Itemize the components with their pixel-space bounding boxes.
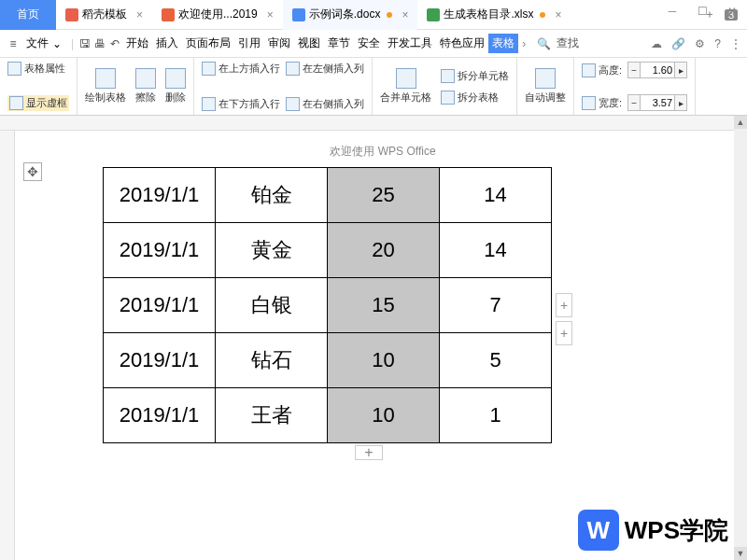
tab-doc[interactable]: 示例词条.docx× <box>283 0 418 30</box>
label: 删除 <box>165 91 186 105</box>
table-move-handle[interactable]: ✥ <box>23 162 42 181</box>
win-max[interactable]: ☐ <box>687 0 717 22</box>
modified-dot-icon <box>387 12 392 18</box>
print-icon[interactable]: 🖶 <box>92 36 107 51</box>
tab-label: 生成表格目录.xlsx <box>444 7 533 22</box>
table-row: 2019/1/1铂金2514 <box>104 168 552 223</box>
label: 自动调整 <box>525 91 566 105</box>
col-width-input[interactable]: −▸ <box>627 94 687 111</box>
menu-chapter[interactable]: 章节 <box>324 35 354 51</box>
menu-ref[interactable]: 引用 <box>234 35 264 51</box>
props-icon <box>7 62 21 76</box>
label: 宽度: <box>599 96 622 110</box>
tab-welcome[interactable]: 欢迎使用...2019× <box>152 0 283 30</box>
menu-start[interactable]: 开始 <box>122 35 152 51</box>
data-table[interactable]: 2019/1/1铂金2514 2019/1/1黄金2014 2019/1/1白银… <box>103 167 552 443</box>
label: 显示虚框 <box>26 96 67 110</box>
menu-view[interactable]: 视图 <box>294 35 324 51</box>
split-cell-button[interactable]: 拆分单元格 <box>441 69 509 83</box>
add-row-button[interactable]: + <box>355 445 383 460</box>
file-label: 文件 <box>26 35 49 51</box>
menu-icon[interactable]: ≡ <box>6 36 21 51</box>
scroll-up-icon[interactable]: ▲ <box>734 116 747 129</box>
tab-label: 稻壳模板 <box>82 7 127 22</box>
autofit-button[interactable]: 自动调整 <box>525 68 566 105</box>
add-column-button[interactable]: + <box>556 321 572 345</box>
col-left-icon <box>286 62 300 76</box>
label: 在右侧插入列 <box>303 97 364 111</box>
document-canvas[interactable]: ▲ ▼ 欢迎使用 WPS Office ✥ 2019/1/1铂金2514 201… <box>0 116 747 560</box>
search-icon[interactable]: 🔍 <box>537 37 551 50</box>
table-props-button[interactable]: 表格属性 <box>7 62 69 76</box>
close-icon[interactable]: × <box>555 8 561 21</box>
menu-safe[interactable]: 安全 <box>354 35 384 51</box>
draw-icon <box>95 68 116 89</box>
show-gridlines-button[interactable]: 显示虚框 <box>7 95 69 111</box>
tab-home[interactable]: 首页 <box>0 0 56 30</box>
label: 拆分单元格 <box>458 69 509 83</box>
split-table-button[interactable]: 拆分表格 <box>441 91 509 105</box>
delete-button[interactable]: 删除 <box>165 68 186 105</box>
docer-icon <box>65 8 78 21</box>
tab-xlsx[interactable]: 生成表格目录.xlsx× <box>417 0 571 30</box>
menu-table[interactable]: 表格 <box>488 34 518 53</box>
label: 在下方插入行 <box>218 97 280 111</box>
help-icon[interactable]: ? <box>714 37 721 50</box>
close-icon[interactable]: × <box>267 8 274 21</box>
menu-dev[interactable]: 开发工具 <box>384 35 436 51</box>
merge-cells-button[interactable]: 合并单元格 <box>380 68 431 105</box>
label: 绘制表格 <box>85 91 126 105</box>
document-tabs: 首页 稻壳模板× 欢迎使用...2019× 示例词条.docx× 生成表格目录.… <box>0 0 747 30</box>
win-min[interactable]: ─ <box>657 0 687 22</box>
draw-table-button[interactable]: 绘制表格 <box>85 68 126 105</box>
share-icon[interactable]: 🔗 <box>671 37 685 50</box>
sheet-icon <box>427 8 440 21</box>
add-column-button[interactable]: + <box>556 293 572 317</box>
insert-row-below-button[interactable]: 在下方插入行 <box>202 97 280 111</box>
table-row: 2019/1/1王者101 <box>104 388 552 443</box>
chevron-right-icon[interactable]: › <box>522 37 526 50</box>
insert-col-left-button[interactable]: 在左侧插入列 <box>286 62 364 76</box>
scroll-down-icon[interactable]: ▼ <box>734 547 747 560</box>
width-icon <box>582 96 596 110</box>
wps-logo-text: WPS学院 <box>625 514 728 547</box>
row-up-icon <box>202 62 216 76</box>
tab-template[interactable]: 稻壳模板× <box>56 0 152 30</box>
settings-icon[interactable]: ⚙ <box>695 37 705 50</box>
height-icon <box>582 63 596 77</box>
tab-home-label: 首页 <box>17 7 39 22</box>
word-icon <box>292 8 305 21</box>
menu-layout[interactable]: 页面布局 <box>182 35 234 51</box>
ruler-horizontal <box>0 116 747 131</box>
modified-dot-icon <box>540 12 545 18</box>
table-row: 2019/1/1钻石105 <box>104 333 552 388</box>
search-label[interactable]: 查找 <box>557 35 579 51</box>
label: 在上方插入行 <box>218 62 280 76</box>
cloud-icon[interactable]: ☁ <box>651 37 662 50</box>
win-close[interactable]: ✕ <box>717 0 747 22</box>
split-cell-icon <box>441 69 455 83</box>
ruler-vertical <box>0 131 15 560</box>
col-right-icon <box>286 97 300 111</box>
insert-col-right-button[interactable]: 在右侧插入列 <box>286 97 364 111</box>
label: 擦除 <box>135 91 156 105</box>
more-icon[interactable]: ⋮ <box>730 37 741 50</box>
save-icon[interactable]: 🖫 <box>78 36 92 51</box>
row-height-input[interactable]: −▸ <box>627 62 687 78</box>
close-icon[interactable]: × <box>402 8 408 21</box>
menu-special[interactable]: 特色应用 <box>436 35 488 51</box>
insert-row-above-button[interactable]: 在上方插入行 <box>202 62 280 76</box>
grid-icon <box>9 96 23 110</box>
file-menu[interactable]: 文件⌄ <box>21 35 67 51</box>
vertical-scrollbar[interactable]: ▲ ▼ <box>734 116 747 560</box>
close-icon[interactable]: × <box>136 8 143 21</box>
menu-insert[interactable]: 插入 <box>152 35 182 51</box>
ppt-icon <box>162 8 175 21</box>
row-down-icon <box>202 97 216 111</box>
undo-icon[interactable]: ↶ <box>107 36 122 51</box>
merge-icon <box>396 68 416 89</box>
menu-review[interactable]: 审阅 <box>264 35 294 51</box>
table-row: 2019/1/1黄金2014 <box>104 223 552 278</box>
split-tbl-icon <box>441 91 455 105</box>
erase-button[interactable]: 擦除 <box>135 68 156 105</box>
